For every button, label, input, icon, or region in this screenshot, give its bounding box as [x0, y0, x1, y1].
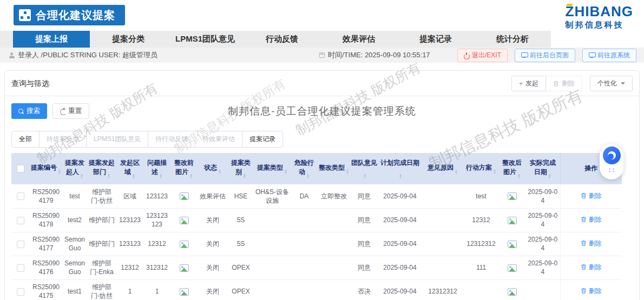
goto-origin-system-button[interactable]: 前往原系统	[582, 49, 636, 62]
cell-area: 区域	[116, 184, 143, 208]
col-header-actualDate[interactable]: 实际完成日期▲▼	[525, 153, 560, 184]
col-header-planDate[interactable]: 计划完成日期▲▼	[378, 153, 422, 184]
cell-select	[11, 279, 30, 300]
row-delete-button[interactable]: 删除	[581, 263, 602, 271]
bulk-delete-button[interactable]: 删除	[546, 76, 582, 91]
filter-tab-record[interactable]: 提案记录	[242, 131, 283, 148]
image-thumbnail[interactable]	[508, 288, 517, 296]
filter-tab-pending-classify[interactable]: 待提案分类	[39, 131, 87, 148]
sort-icon[interactable]: ▲▼	[80, 174, 83, 179]
col-header-category[interactable]: 提案类别▲▼	[228, 153, 254, 184]
cell-action: 删除	[560, 279, 622, 300]
table-row: RS250904177Semon Guo维护部门12312312312关闭5S同…	[11, 232, 622, 256]
sort-icon[interactable]: ▲▼	[132, 174, 135, 179]
image-thumbnail[interactable]	[508, 192, 517, 200]
col-header-select	[11, 153, 30, 184]
nav-tab-action-feedback[interactable]: 行动反馈	[244, 31, 320, 48]
col-header-beforeImg[interactable]: 整改前图片▲▼	[170, 153, 198, 184]
cell-action: 删除	[560, 184, 622, 208]
cell-select	[11, 232, 30, 256]
filter-tab-pending-evaluation[interactable]: 待效果评估	[195, 131, 242, 148]
launch-proposal-button[interactable]: +发起	[511, 76, 546, 91]
filter-tab-pending-action[interactable]: 待行动反馈	[148, 131, 195, 148]
system-title: 制邦信息-员工合理化建议提案管理系统	[5, 104, 639, 118]
image-thumbnail[interactable]	[180, 217, 189, 224]
cell-opinionReason: 12312312	[422, 279, 464, 300]
col-header-afterImg[interactable]: 整改后图片▲▼	[498, 153, 525, 184]
floating-assistant-button[interactable]	[603, 146, 621, 164]
col-header-status[interactable]: 状态▲▼	[198, 153, 228, 184]
row-delete-button[interactable]: 删除	[581, 239, 602, 248]
col-header-type[interactable]: 提案类型▲▼	[254, 153, 291, 184]
cell-actualDate: 2025-09-04	[525, 184, 560, 208]
row-checkbox[interactable]	[17, 264, 24, 272]
image-thumbnail[interactable]	[180, 288, 189, 296]
row-delete-button[interactable]: 删除	[581, 191, 602, 200]
row-checkbox[interactable]	[17, 241, 24, 248]
nav-tab-lpms-team-opinion[interactable]: LPMS1团队意见	[167, 31, 244, 48]
image-thumbnail[interactable]	[508, 217, 517, 224]
nav-tab-proposal-classify[interactable]: 提案分类	[90, 31, 167, 48]
filter-tab-lpms-opinion[interactable]: LPMS1团队意见	[86, 131, 148, 148]
sort-icon[interactable]: ▲▼	[493, 169, 496, 175]
cell-action: 删除	[560, 208, 622, 232]
col-header-dept[interactable]: 提案发起部门▲▼	[87, 153, 116, 184]
image-thumbnail[interactable]	[508, 264, 517, 272]
col-header-desc[interactable]: 问题描述▲▼	[143, 153, 170, 184]
image-thumbnail[interactable]	[180, 264, 189, 272]
cell-afterImg	[498, 184, 525, 208]
goto-backend-button[interactable]: 前往后台页面	[515, 49, 575, 62]
sort-icon[interactable]: ▲▼	[58, 169, 61, 175]
cell-planDate: 2025-09-04	[378, 256, 422, 279]
sort-icon[interactable]: ▲▼	[284, 169, 287, 175]
col-header-dangerAct[interactable]: 危险行动▲▼	[291, 153, 318, 184]
col-header-area[interactable]: 发起区域▲▼	[116, 153, 143, 184]
row-checkbox[interactable]	[17, 217, 24, 224]
clipboard-icon	[19, 9, 31, 21]
swirl-icon	[608, 151, 616, 159]
sort-icon[interactable]: ▲▼	[548, 174, 551, 179]
col-header-teamOpinion[interactable]: 团队意见▲▼	[350, 153, 378, 184]
nav-tab-proposal-submit[interactable]: 提案上报	[13, 31, 90, 48]
cell-actionPlan: 12312312	[464, 232, 498, 256]
nav-tab-proposal-record[interactable]: 提案记录	[397, 31, 474, 48]
nav-tab-effect-evaluation[interactable]: 效果评估	[320, 31, 397, 48]
col-header-opinionReason[interactable]: 意见原因▲▼	[422, 153, 464, 184]
sort-icon[interactable]: ▲▼	[306, 174, 310, 179]
chevron-down-icon	[621, 82, 625, 85]
row-checkbox[interactable]	[17, 288, 24, 296]
drag-handle[interactable]	[608, 168, 615, 172]
sort-icon[interactable]: ▲▼	[159, 174, 162, 179]
image-thumbnail[interactable]	[180, 241, 189, 248]
col-header-rectifyType[interactable]: 整改类型▲▼	[318, 153, 350, 184]
row-delete-button[interactable]: 删除	[581, 215, 602, 224]
user-icon	[9, 52, 15, 58]
cell-dangerAct: DA	[291, 184, 318, 208]
cell-type	[254, 279, 291, 300]
row-checkbox[interactable]	[17, 192, 24, 200]
personalize-button[interactable]: 个性化	[590, 76, 633, 91]
filter-tab-all[interactable]: 全部	[11, 131, 40, 148]
image-thumbnail[interactable]	[180, 192, 189, 200]
cell-actualDate: 2025-09-04	[525, 256, 560, 279]
select-all-checkbox[interactable]	[17, 165, 24, 172]
cell-select	[11, 184, 30, 208]
exit-button[interactable]: 退出/EXIT	[457, 49, 508, 62]
nav-tab-statistics[interactable]: 统计分析	[474, 31, 551, 48]
sort-icon[interactable]: ▲▼	[363, 174, 366, 179]
image-thumbnail[interactable]	[508, 241, 517, 248]
sort-icon[interactable]: ▲▼	[399, 174, 402, 179]
col-header-proposer[interactable]: 提案发起人▲▼	[62, 153, 87, 184]
cell-planDate: 2025-09-04	[378, 279, 422, 300]
sort-icon[interactable]: ▲▼	[189, 174, 193, 179]
sort-icon[interactable]: ▲▼	[107, 174, 110, 179]
sort-icon[interactable]: ▲▼	[243, 174, 246, 179]
cell-afterImg	[498, 279, 525, 300]
sort-icon[interactable]: ▲▼	[455, 169, 458, 175]
col-header-actionPlan[interactable]: 行动方案▲▼	[464, 153, 498, 184]
sort-icon[interactable]: ▲▼	[346, 169, 349, 175]
col-header-id[interactable]: 提案编号▲▼	[30, 153, 62, 184]
sort-icon[interactable]: ▲▼	[218, 169, 221, 175]
sort-icon[interactable]: ▲▼	[517, 174, 521, 179]
row-delete-button[interactable]: 删除	[581, 286, 602, 295]
